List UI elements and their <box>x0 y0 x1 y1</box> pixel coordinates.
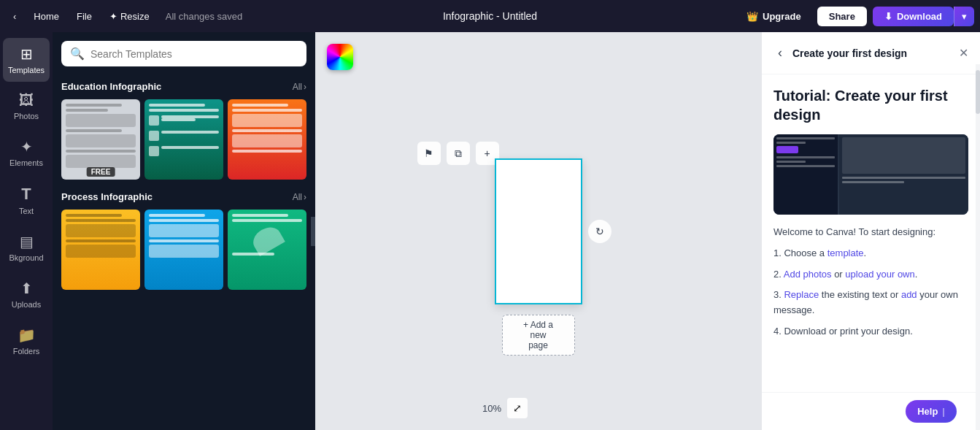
card-inner <box>144 210 223 290</box>
education-section-title: Education Infographic <box>61 81 161 92</box>
search-input-wrap: 🔍 <box>61 41 306 66</box>
card-block <box>66 224 136 237</box>
search-bar: 🔍 <box>53 32 315 72</box>
step-3: 3. Replace the existing text or add your… <box>773 288 968 318</box>
topbar: ‹ Home File ✦ Resize All changes saved I… <box>0 0 980 32</box>
elements-label: Elements <box>9 158 43 167</box>
right-panel-header: ‹ Create your first design ✕ <box>762 32 980 74</box>
card-block <box>66 155 136 168</box>
download-button[interactable]: ⬇ Download <box>873 7 954 26</box>
template-card[interactable]: FREE <box>61 99 140 180</box>
right-panel-scroll[interactable]: Tutorial: Create your first design <box>762 74 980 392</box>
zoom-fullscreen-button[interactable]: ⤢ <box>507 398 528 418</box>
templates-label: Templates <box>8 66 45 74</box>
preview-inner <box>773 134 968 215</box>
add-page-button[interactable]: + Add a new page <box>502 315 575 356</box>
card-line <box>66 104 122 107</box>
preview-line <box>842 181 903 183</box>
replace-link[interactable]: Replace <box>784 289 819 300</box>
sidebar-item-elements[interactable]: ✦ Elements <box>3 131 50 174</box>
template-link[interactable]: template <box>827 247 864 258</box>
help-label: Help <box>917 406 938 417</box>
upgrade-button[interactable]: 👑 Upgrade <box>736 7 811 26</box>
file-button[interactable]: File <box>69 7 99 26</box>
resize-button[interactable]: ✦ Resize <box>102 7 157 26</box>
canvas-flag-button[interactable]: ⚑ <box>417 142 441 165</box>
card-line <box>149 239 219 242</box>
education-section-header: Education Infographic All › <box>61 81 306 92</box>
card-block <box>149 224 219 237</box>
help-divider: | <box>942 406 945 417</box>
text-icon: T <box>21 185 31 204</box>
resize-label: Resize <box>120 11 150 22</box>
help-button[interactable]: Help | <box>906 400 957 423</box>
search-input[interactable] <box>90 48 298 60</box>
document-title: Infographic - Untitled <box>443 9 537 23</box>
panel-close-button[interactable]: ✕ <box>959 46 968 60</box>
welcome-text: Welcome to Canva! To start designing: <box>773 225 968 240</box>
panel-collapse-button[interactable]: ‹ <box>311 217 315 246</box>
share-button[interactable]: Share <box>817 7 867 26</box>
folders-label: Folders <box>13 347 40 356</box>
sidebar-item-uploads[interactable]: ⬆ Uploads <box>3 272 50 316</box>
education-template-grid: FREE <box>61 99 306 180</box>
free-badge: FREE <box>87 167 115 177</box>
sidebar-nav: ⊞ Templates 🖼 Photos ✦ Elements T Text ▤… <box>0 32 53 430</box>
template-card[interactable] <box>228 99 306 180</box>
tutorial-preview <box>773 134 968 215</box>
canvas-page <box>495 158 582 304</box>
template-card[interactable] <box>144 99 223 180</box>
card-line <box>66 129 122 132</box>
canvas-copy-button[interactable]: ⧉ <box>447 142 470 165</box>
template-card[interactable] <box>61 210 140 290</box>
sidebar-item-background[interactable]: ▤ Bkground <box>3 226 50 269</box>
card-line <box>161 118 196 121</box>
card-inner <box>228 210 306 290</box>
card-line <box>161 146 219 149</box>
card-line <box>232 104 288 107</box>
panel-back-button[interactable]: ‹ <box>773 44 787 62</box>
color-picker-button[interactable] <box>327 44 353 70</box>
main-area: ⊞ Templates 🖼 Photos ✦ Elements T Text ▤… <box>0 32 980 430</box>
process-template-grid <box>61 210 306 290</box>
templates-icon: ⊞ <box>20 45 33 63</box>
template-card[interactable] <box>228 210 306 290</box>
card-block <box>66 134 136 147</box>
home-button[interactable]: Home <box>26 7 66 26</box>
add-link[interactable]: add <box>901 289 917 300</box>
preview-right <box>839 134 968 215</box>
step-4: 4. Download or print your design. <box>773 324 968 339</box>
sidebar-item-templates[interactable]: ⊞ Templates <box>3 38 50 82</box>
preview-line <box>776 137 835 139</box>
canvas-refresh-button[interactable]: ↻ <box>588 220 611 243</box>
upload-link[interactable]: upload your own <box>845 269 914 280</box>
changes-saved: All changes saved <box>166 11 243 22</box>
download-more-button[interactable]: ▾ <box>954 7 974 26</box>
process-all-link[interactable]: All › <box>293 192 306 202</box>
preview-image-area <box>842 137 965 174</box>
butterfly-shape <box>249 223 285 256</box>
add-photos-link[interactable]: Add photos <box>784 269 832 280</box>
scroll-thumb <box>976 70 980 114</box>
download-label: Download <box>897 11 942 22</box>
back-button[interactable]: ‹ <box>6 7 23 26</box>
background-label: Bkground <box>9 253 43 262</box>
sidebar-item-folders[interactable]: 📁 Folders <box>3 319 50 363</box>
card-line <box>232 219 302 222</box>
canvas-page-wrapper: ↻ + Add a new page <box>495 158 582 304</box>
template-card[interactable] <box>144 210 223 290</box>
card-line <box>232 214 288 217</box>
card-line <box>149 219 219 222</box>
preview-line <box>776 142 806 144</box>
card-line <box>232 150 302 153</box>
help-close-button[interactable]: ✕ <box>957 400 968 423</box>
canvas-area: ⚑ ⧉ + ↻ + Add a new page 10% ⤢ <box>315 32 761 430</box>
sidebar-item-photos[interactable]: 🖼 Photos <box>3 85 50 128</box>
card-block <box>66 114 136 127</box>
canvas-toolbar: ⚑ ⧉ + <box>417 142 499 165</box>
education-all-link[interactable]: All › <box>293 82 306 92</box>
sidebar-item-text[interactable]: T Text <box>3 177 50 223</box>
card-block <box>149 245 219 258</box>
card-block <box>66 245 136 258</box>
card-line <box>149 214 205 217</box>
